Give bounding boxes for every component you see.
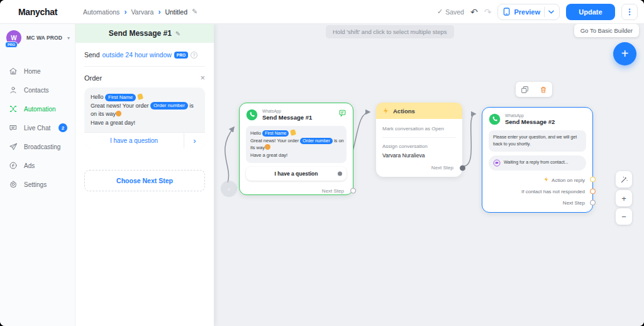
wave-emoji <box>137 93 143 100</box>
action-item-label: Assign conversation <box>382 142 456 151</box>
step-title: Send Message #1 <box>109 29 172 38</box>
node-header: WhatsApp Send Message #2 <box>482 108 592 129</box>
action-on-reply-label: Action on reply <box>552 177 585 183</box>
sidebar-item-label: Home <box>24 68 41 75</box>
sidebar: W PRO MC WA PROD ▾ Home Contacts Automat… <box>0 24 75 326</box>
save-status: ✓ Saved <box>437 8 464 16</box>
action-on-reply-port[interactable] <box>590 177 596 183</box>
duplicate-icon[interactable] <box>521 86 529 94</box>
ads-icon <box>9 161 18 170</box>
more-options-button[interactable]: ⋮ <box>621 4 638 20</box>
home-icon <box>9 67 18 76</box>
variable-order-number: Order number <box>300 138 333 144</box>
action-item: Mark conversation as Open <box>382 124 456 133</box>
next-step-label: Next Step <box>431 165 453 171</box>
phone-icon <box>503 8 510 16</box>
breadcrumb-automations[interactable]: Automations <box>83 8 119 16</box>
step-edit-panel: Send Message #1 ✎ Send outside 24 hour w… <box>75 24 214 326</box>
message-block-header: Order × <box>84 73 205 82</box>
sidebar-item-home[interactable]: Home <box>0 62 75 81</box>
waiting-reply-row: Waiting for a reply from contact... <box>489 155 586 171</box>
message-bubble: Please enter your question, and we will … <box>489 130 586 152</box>
chevron-right-icon: › <box>158 8 160 16</box>
pro-badge: PRO <box>5 42 18 48</box>
rename-flow-icon[interactable]: ✎ <box>192 8 197 16</box>
node-actions[interactable]: Actions Mark conversation as Open Assign… <box>376 103 462 177</box>
breadcrumb-folder[interactable]: Varvara <box>131 8 153 16</box>
breadcrumb: Automations › Varvara › Untitled ✎ <box>75 8 197 16</box>
channel-label: WhatsApp <box>262 109 312 113</box>
variable-first-name: First Name <box>262 130 289 137</box>
zoom-out-button[interactable]: − <box>616 208 632 225</box>
node-toolbar <box>516 82 552 97</box>
sidebar-item-label: Contacts <box>24 87 48 94</box>
broadcasting-icon <box>9 142 18 151</box>
message-preview-card[interactable]: Hello First Name Great news! Your order … <box>84 87 205 149</box>
magic-wand-icon <box>620 176 628 184</box>
message-block-title: Order <box>84 74 102 82</box>
send-prefix: Send <box>84 51 100 59</box>
not-responded-port[interactable] <box>590 189 596 194</box>
flow-canvas[interactable]: Hold 'shift' and click to select multipl… <box>214 24 644 326</box>
node-reply-button[interactable]: I have a question <box>246 167 347 181</box>
node-reply-label: I have a question <box>275 171 318 177</box>
account-switcher[interactable]: W PRO MC WA PROD ▾ <box>0 24 75 53</box>
breadcrumb-flow-name[interactable]: Untitled <box>165 8 187 16</box>
not-responded-label: If contact has not responded <box>521 189 585 194</box>
preview-button[interactable]: Preview <box>497 4 560 20</box>
node-send-message-2[interactable]: WhatsApp Send Message #2 Please enter yo… <box>482 107 593 213</box>
sidebar-item-settings[interactable]: Settings <box>0 175 75 194</box>
live-chat-icon <box>9 123 18 132</box>
smile-emoji <box>116 111 121 116</box>
choose-next-step-button[interactable]: Choose Next Step <box>84 170 205 191</box>
next-step-row: Next Step <box>382 165 456 171</box>
actions-body: Mark conversation as Open Assign convers… <box>376 119 462 177</box>
automation-icon <box>9 104 18 113</box>
sidebar-item-ads[interactable]: Ads <box>0 156 75 175</box>
rename-step-icon[interactable]: ✎ <box>175 30 180 37</box>
message-bubble: Hello First Name Great news! Your order … <box>246 126 347 163</box>
manychat-flow-builder: Manychat Automations › Varvara › Untitle… <box>0 0 644 326</box>
redo-button[interactable]: ↷ <box>484 7 492 17</box>
next-step-port[interactable] <box>460 165 465 171</box>
next-step-port[interactable] <box>350 188 356 194</box>
variable-first-name: First Name <box>105 94 136 101</box>
manychat-logo[interactable]: Manychat <box>0 7 75 17</box>
next-step-port[interactable] <box>590 200 596 206</box>
actions-title: Actions <box>393 108 415 115</box>
settings-gear-icon <box>9 180 18 189</box>
send-window-row: Send outside 24 hour window PRO ? <box>84 51 205 59</box>
chevron-right-icon[interactable]: › <box>184 133 205 149</box>
undo-button[interactable]: ↶ <box>470 7 478 17</box>
update-button[interactable]: Update <box>566 4 615 20</box>
account-name: MC WA PROD <box>26 35 62 41</box>
zoom-in-button[interactable]: + <box>616 190 632 206</box>
variable-order-number: Order number <box>150 102 188 110</box>
preview-label: Preview <box>514 8 540 16</box>
go-to-basic-builder-button[interactable]: Go To Basic Builder <box>574 24 639 37</box>
next-step-row: Next Step <box>240 188 353 194</box>
whatsapp-icon <box>246 109 258 121</box>
auto-arrange-button[interactable] <box>616 171 632 188</box>
send-window-link[interactable]: outside 24 hour window <box>103 51 172 59</box>
assignee-name: Varvara Nuralieva <box>382 152 456 159</box>
reply-connector-port[interactable] <box>338 171 342 176</box>
reply-button-row[interactable]: I have a question › <box>84 132 205 149</box>
sidebar-item-contacts[interactable]: Contacts <box>0 81 75 99</box>
help-icon[interactable]: ? <box>191 52 197 59</box>
check-icon: ✓ <box>437 8 443 16</box>
lightning-icon <box>543 176 549 183</box>
sidebar-item-automation[interactable]: Automation <box>0 99 75 118</box>
whatsapp-icon <box>489 113 501 125</box>
add-step-button[interactable]: + <box>613 42 636 65</box>
trash-icon[interactable] <box>540 86 547 94</box>
collapsed-start-node[interactable]: ‹ <box>221 181 237 197</box>
sidebar-item-broadcasting[interactable]: Broadcasting <box>0 137 75 156</box>
contacts-icon <box>9 86 18 94</box>
note-icon[interactable] <box>338 109 347 117</box>
node-send-message-1[interactable]: WhatsApp Send Message #1 Hello First Nam… <box>239 103 353 195</box>
channel-label: WhatsApp <box>505 113 555 118</box>
close-icon[interactable]: × <box>200 73 205 82</box>
sidebar-item-live-chat[interactable]: Live Chat 2 <box>0 118 75 137</box>
reply-button-label[interactable]: I have a question <box>84 133 184 149</box>
